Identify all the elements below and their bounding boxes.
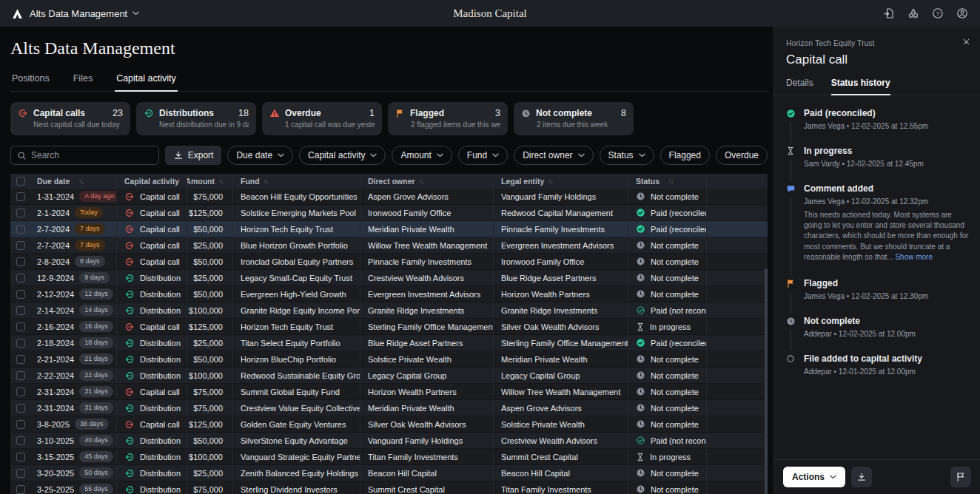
- filter-pill-due-date[interactable]: Due date: [227, 146, 293, 165]
- column-header-amount[interactable]: Amount↑↓: [187, 174, 233, 189]
- activity-label: Capital call: [140, 225, 180, 234]
- due-badge: 7 days: [75, 240, 105, 251]
- flag-icon: [956, 472, 966, 482]
- table-row[interactable]: 12-9-20249 daysDistribution$25,000Legacy…: [10, 270, 768, 286]
- due-date: 2-7-2024: [37, 225, 70, 234]
- row-checkbox[interactable]: [16, 274, 25, 282]
- row-checkbox[interactable]: [16, 209, 25, 217]
- table-row[interactable]: 2-14-202414 daysDistribution$100,000Gran…: [10, 302, 768, 319]
- activity-label: Capital call: [140, 241, 180, 250]
- column-header-capital-activity[interactable]: Capital activity↑↓: [117, 174, 187, 189]
- legal-entity: Granite Ridge Investments: [494, 302, 628, 318]
- row-checkbox[interactable]: [16, 339, 25, 348]
- table-row[interactable]: 2-8-20248 daysCapital call$50,000Ironcla…: [10, 254, 768, 270]
- row-checkbox[interactable]: [16, 453, 25, 461]
- activity-log-icon[interactable]: [883, 7, 895, 19]
- row-checkbox[interactable]: [16, 420, 25, 429]
- show-more-link[interactable]: Show more: [895, 253, 933, 261]
- row-checkbox[interactable]: [16, 192, 25, 201]
- actions-button[interactable]: Actions: [783, 467, 845, 487]
- table-row[interactable]: 3-20-202550 daysDistribution$25,000Zenit…: [10, 465, 768, 481]
- filter-pill-status[interactable]: Status: [600, 146, 654, 165]
- filter-pill-fund[interactable]: Fund: [458, 146, 508, 165]
- sort-icon: ↑↓: [78, 178, 83, 185]
- timeline-meta: James Vega • 12-02-2025 at 12.32pm: [804, 197, 970, 206]
- status-history-timeline: Paid (reconciled)James Vega • 12-02-2025…: [774, 95, 980, 459]
- status-label: Paid (reconciled): [651, 339, 707, 348]
- summary-card-not-complete[interactable]: Not complete82 items due this week: [514, 102, 634, 135]
- summary-card-overdue[interactable]: Overdue11 capital call was due yesterday: [262, 102, 382, 135]
- tab-capital-activity[interactable]: Capital activity: [115, 70, 178, 91]
- summary-card-distributions[interactable]: Distributions18Next distribution due in …: [136, 102, 256, 135]
- table-row[interactable]: 3-8-202538 daysCapital call$125,000Golde…: [10, 416, 768, 433]
- table-row[interactable]: 3-15-202545 daysDistribution$100,000Vang…: [10, 449, 768, 465]
- table-row[interactable]: 2-31-202431 daysDistribution$75,000Crest…: [10, 400, 768, 416]
- row-checkbox[interactable]: [16, 290, 25, 299]
- column-header-fund[interactable]: Fund↑↓: [233, 174, 360, 189]
- column-label: Due date: [37, 177, 70, 186]
- row-checkbox[interactable]: [16, 257, 25, 266]
- table-row[interactable]: 2-31-202431 daysCapital call$75,000Summi…: [10, 384, 768, 400]
- due-date: 2-8-2024: [37, 257, 70, 266]
- main-content: Alts Data Management PositionsFilesCapit…: [0, 27, 773, 494]
- flag-button[interactable]: [950, 467, 971, 487]
- table-row[interactable]: 2-7-20247 daysCapital call$25,000Blue Ho…: [10, 237, 768, 254]
- table-row[interactable]: 2-18-202418 daysDistribution$25,000Titan…: [10, 335, 768, 351]
- column-header-legal-entity[interactable]: Legal entity↑↓: [494, 174, 628, 189]
- column-header-due-date[interactable]: Due date↑↓: [30, 174, 117, 189]
- account-icon[interactable]: [956, 7, 968, 19]
- table-row[interactable]: 2-16-202416 daysCapital call$125,000Hori…: [10, 319, 768, 335]
- panel-tab-status-history[interactable]: Status history: [831, 78, 890, 95]
- legal-entity: Beacon Hill Capital: [494, 465, 628, 481]
- table-row[interactable]: 2-1-2024TodayCapital call$125,000Solstic…: [10, 205, 768, 221]
- filter-pill-capital-activity[interactable]: Capital activity: [299, 146, 386, 165]
- row-checkbox[interactable]: [16, 436, 25, 445]
- row-checkbox[interactable]: [16, 388, 25, 396]
- capital-call-icon: [124, 419, 135, 430]
- filter-pill-overdue[interactable]: Overdue: [716, 146, 768, 165]
- search-input[interactable]: [31, 150, 152, 160]
- apps-icon[interactable]: [907, 7, 919, 19]
- table-row[interactable]: 1-31-2024A day agoCapital call$75,000Bea…: [10, 189, 768, 205]
- column-header-status[interactable]: Status↑↓: [628, 174, 707, 189]
- app-switcher[interactable]: Alts Data Management: [30, 8, 139, 19]
- row-checkbox[interactable]: [16, 306, 25, 315]
- table-row[interactable]: 2-7-20247 daysCapital call$50,000Horizon…: [10, 221, 768, 237]
- row-checkbox[interactable]: [16, 355, 25, 364]
- timeline-title: Not complete: [804, 316, 970, 326]
- close-icon[interactable]: [961, 37, 971, 47]
- fund-name: Titan Select Equity Portfolio: [233, 335, 360, 351]
- panel-tab-details[interactable]: Details: [786, 78, 813, 95]
- clock-icon: [636, 354, 645, 364]
- row-checkbox[interactable]: [16, 241, 25, 250]
- column-header-direct-owner[interactable]: Direct owner↑↓: [360, 174, 494, 189]
- select-all-checkbox[interactable]: [16, 177, 25, 186]
- row-checkbox[interactable]: [16, 225, 25, 234]
- row-checkbox[interactable]: [16, 404, 25, 413]
- tab-files[interactable]: Files: [72, 70, 94, 91]
- export-button[interactable]: Export: [165, 146, 222, 165]
- card-count: 1: [369, 108, 375, 118]
- search-box[interactable]: [10, 146, 159, 165]
- table-row[interactable]: 3-10-202540 daysDistribution$50,000Silve…: [10, 433, 768, 449]
- row-checkbox[interactable]: [16, 469, 25, 478]
- row-checkbox[interactable]: [16, 322, 25, 331]
- table-row[interactable]: 3-25-202555 daysDistribution$75,000Sterl…: [10, 481, 768, 494]
- row-checkbox[interactable]: [16, 485, 25, 494]
- table-scrollbar[interactable]: [765, 268, 768, 494]
- filter-pill-flagged[interactable]: Flagged: [660, 146, 710, 165]
- table-row[interactable]: 2-12-202412 daysDistribution$50,000Everg…: [10, 286, 768, 302]
- status-label: Not complete: [651, 290, 699, 299]
- row-checkbox[interactable]: [16, 371, 25, 380]
- table-row[interactable]: 2-21-202421 daysDistribution$50,000Horiz…: [10, 351, 768, 368]
- help-icon[interactable]: ?: [932, 7, 944, 19]
- capital-activity-table: Due date↑↓Capital activity↑↓Amount↑↓Fund…: [10, 174, 768, 494]
- table-row[interactable]: 2-22-202422 daysDistribution$100,000Redw…: [10, 368, 768, 384]
- filter-pill-amount[interactable]: Amount: [392, 146, 452, 165]
- due-badge: 14 days: [79, 305, 113, 316]
- filter-pill-direct-owner[interactable]: Direct owner: [514, 146, 593, 165]
- summary-card-flagged[interactable]: Flagged32 flagged items due this week: [388, 102, 508, 135]
- tab-positions[interactable]: Positions: [10, 70, 51, 91]
- download-button[interactable]: [851, 467, 872, 487]
- summary-card-capital-calls[interactable]: Capital calls23Next capital call due tod…: [10, 102, 130, 135]
